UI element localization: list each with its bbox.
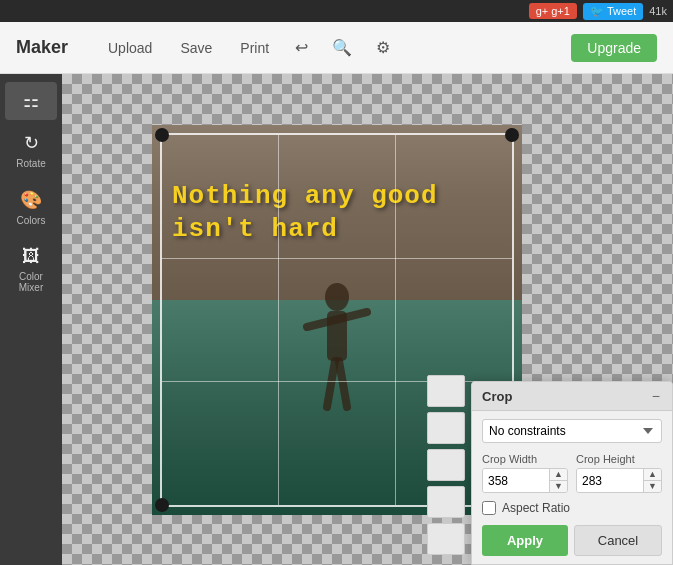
canvas-text-line1: Nothing any good — [172, 180, 502, 214]
aspect-ratio-label: Aspect Ratio — [502, 501, 570, 515]
mini-panel-4 — [427, 486, 465, 518]
crop-height-decrement[interactable]: ▼ — [644, 480, 661, 492]
canvas-text-line2: isn't hard — [172, 213, 502, 247]
crop-apply-button[interactable]: Apply — [482, 525, 568, 556]
aspect-ratio-checkbox[interactable] — [482, 501, 496, 515]
crop-panel: Crop − No constraints Original Square 4:… — [471, 381, 673, 565]
sidebar-item-adjust[interactable]: ⚏ — [5, 82, 57, 120]
crop-height-input[interactable] — [577, 469, 643, 492]
app-container: Maker Upload Save Print ↩ 🔍 ⚙ Upgrade ⚏ … — [0, 22, 673, 565]
print-button[interactable]: Print — [232, 36, 277, 60]
colors-label: Colors — [17, 215, 46, 226]
tweet-count: 41k — [649, 5, 667, 17]
sidebar-item-color-mixer[interactable]: 🖼 Color Mixer — [5, 238, 57, 301]
gplus-icon: g+ — [536, 5, 549, 17]
color-mixer-icon: 🖼 — [22, 246, 40, 267]
adjust-icon: ⚏ — [23, 90, 39, 112]
brand-label: Maker — [16, 37, 76, 58]
undo-button[interactable]: ↩ — [289, 34, 314, 61]
upgrade-button[interactable]: Upgrade — [571, 34, 657, 62]
top-bar: g+ g+1 🐦 Tweet 41k — [0, 0, 673, 22]
crop-width-increment[interactable]: ▲ — [550, 469, 567, 480]
crop-constraint-select[interactable]: No constraints Original Square 4:3 16:9 — [482, 419, 662, 443]
canvas-image[interactable]: Nothing any good isn't hard — [152, 125, 522, 515]
sidebar-item-rotate[interactable]: ↻ Rotate — [5, 124, 57, 177]
crop-dimensions: Crop Width ▲ ▼ Crop Height — [482, 453, 662, 493]
svg-line-4 — [339, 361, 347, 407]
canvas-area: Nothing any good isn't hard — [62, 74, 673, 565]
rotate-label: Rotate — [16, 158, 45, 169]
tweet-button[interactable]: 🐦 Tweet — [583, 3, 643, 20]
upload-button[interactable]: Upload — [100, 36, 160, 60]
mini-panel-2 — [427, 412, 465, 444]
rotate-icon: ↻ — [24, 132, 39, 154]
svg-line-3 — [327, 361, 335, 407]
crop-width-label: Crop Width — [482, 453, 568, 465]
crop-width-decrement[interactable]: ▼ — [550, 480, 567, 492]
crop-width-input[interactable] — [483, 469, 549, 492]
crop-height-spinners: ▲ ▼ — [643, 469, 661, 492]
crop-actions: Apply Cancel — [482, 525, 662, 556]
crop-width-input-wrap: ▲ ▼ — [482, 468, 568, 493]
search-button[interactable]: 🔍 — [326, 34, 358, 61]
crop-cancel-button[interactable]: Cancel — [574, 525, 662, 556]
crop-height-input-wrap: ▲ ▼ — [576, 468, 662, 493]
crop-height-increment[interactable]: ▲ — [644, 469, 661, 480]
gplus-button[interactable]: g+ g+1 — [529, 3, 577, 19]
photo-figure — [277, 257, 397, 417]
crop-width-spinners: ▲ ▼ — [549, 469, 567, 492]
crop-height-group: Crop Height ▲ ▼ — [576, 453, 662, 493]
crop-height-label: Crop Height — [576, 453, 662, 465]
canvas-text: Nothing any good isn't hard — [172, 180, 502, 248]
photo-background: Nothing any good isn't hard — [152, 125, 522, 515]
mini-panel-1 — [427, 375, 465, 407]
save-button[interactable]: Save — [172, 36, 220, 60]
canvas-image-container: Nothing any good isn't hard — [152, 125, 522, 515]
color-mixer-label: Color Mixer — [9, 271, 53, 293]
sidebar-item-colors[interactable]: 🎨 Colors — [5, 181, 57, 234]
twitter-icon: 🐦 — [590, 5, 604, 18]
mini-panel-3 — [427, 449, 465, 481]
crop-panel-close-button[interactable]: − — [650, 388, 662, 404]
crop-panel-body: No constraints Original Square 4:3 16:9 … — [472, 411, 672, 564]
right-mini-panels — [427, 375, 465, 555]
svg-point-0 — [325, 283, 349, 311]
crop-panel-header: Crop − — [472, 382, 672, 411]
crop-panel-title: Crop — [482, 389, 512, 404]
crop-width-group: Crop Width ▲ ▼ — [482, 453, 568, 493]
sidebar: ⚏ ↻ Rotate 🎨 Colors 🖼 Color Mixer — [0, 74, 62, 565]
settings-button[interactable]: ⚙ — [370, 34, 396, 61]
crop-aspect-row: Aspect Ratio — [482, 501, 662, 515]
toolbar: Maker Upload Save Print ↩ 🔍 ⚙ Upgrade — [0, 22, 673, 74]
colors-icon: 🎨 — [20, 189, 42, 211]
mini-panel-5 — [427, 523, 465, 555]
content-area: ⚏ ↻ Rotate 🎨 Colors 🖼 Color Mixer — [0, 74, 673, 565]
